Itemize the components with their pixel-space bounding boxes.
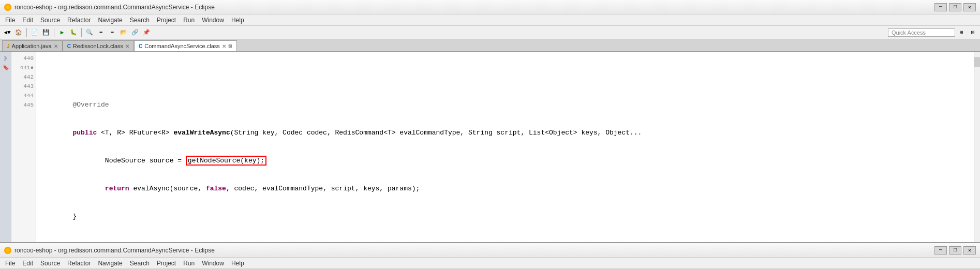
menu-edit-2[interactable]: Edit — [19, 259, 36, 268]
menu-navigate-1[interactable]: Navigate — [95, 16, 125, 25]
toolbar-sep-3 — [81, 28, 82, 37]
ide-container: roncoo-eshop - org.redisson.command.Comm… — [0, 0, 980, 269]
menu-navigate-2[interactable]: Navigate — [95, 259, 125, 268]
toolbar-next-btn[interactable]: ➡ — [107, 27, 117, 38]
sidebar-1: ⟫ 🔖 — [0, 52, 11, 242]
code-line-440 — [40, 72, 970, 82]
linenum-442: 442 — [13, 72, 34, 82]
menu-file-2[interactable]: File — [2, 259, 18, 268]
code-line-441: @Override — [40, 100, 970, 110]
linenum-443: 443 — [13, 82, 34, 91]
menu-project-1[interactable]: Project — [154, 16, 179, 25]
menu-file-1[interactable]: File — [2, 16, 18, 25]
menu-search-2[interactable]: Search — [127, 259, 153, 268]
sidebar-fold-icon-1[interactable]: ⟫ — [1, 54, 10, 63]
tab-close-cmd-1[interactable]: ✕ — [222, 43, 226, 49]
toolbar-layout-btn[interactable]: ⊟ — [968, 27, 978, 38]
restore-button-1[interactable]: □ — [949, 3, 961, 11]
editor-1: ⟫ 🔖 440 441● 442 443 444 445 @Override — [0, 52, 980, 242]
toolbar-sep-1 — [26, 28, 27, 37]
menu-help-2[interactable]: Help — [228, 259, 247, 268]
menu-refactor-1[interactable]: Refactor — [64, 16, 94, 25]
title-bar-1: roncoo-eshop - org.redisson.command.Comm… — [0, 0, 980, 14]
tab-close-app-1[interactable]: ✕ — [54, 43, 58, 49]
vscrollbar-1[interactable] — [974, 52, 980, 242]
code-line-444: return evalAsync(source, false, codec, e… — [40, 184, 970, 193]
minimize-button-1[interactable]: ─ — [934, 3, 947, 11]
code-content-1[interactable]: @Override public <T, R> RFuture<R> evalW… — [36, 52, 974, 242]
menu-project-2[interactable]: Project — [154, 259, 179, 268]
toolbar-search-btn[interactable]: 🔍 — [84, 27, 95, 38]
toolbar-perspective-btn[interactable]: ⊞ — [956, 27, 967, 38]
tab-active-indicator-1: ⊠ — [228, 43, 232, 49]
restore-button-2[interactable]: □ — [949, 246, 961, 255]
sidebar-bookmark-icon-1[interactable]: 🔖 — [1, 63, 10, 72]
scrollbar-thumb-1[interactable] — [974, 57, 980, 67]
class-icon-lock-1: C — [67, 43, 71, 49]
menu-bar-2: File Edit Source Refactor Navigate Searc… — [0, 258, 980, 269]
title-bar-2: roncoo-eshop - org.redisson.command.Comm… — [0, 243, 980, 258]
window-1: roncoo-eshop - org.redisson.command.Comm… — [0, 0, 980, 242]
menu-window-2[interactable]: Window — [199, 259, 227, 268]
toolbar-new-btn[interactable]: 📄 — [29, 27, 40, 38]
toolbar-sep-2 — [54, 28, 54, 37]
code-line-443: NodeSource source = getNodeSource(key); — [40, 156, 970, 166]
linenum-440: 440 — [13, 54, 34, 63]
minimize-button-2[interactable]: ─ — [934, 246, 947, 255]
toolbar-link-btn[interactable]: 🔗 — [130, 27, 140, 38]
window-controls-2: ─ □ ✕ — [934, 246, 976, 255]
java-icon-1: J — [7, 43, 10, 49]
menu-run-1[interactable]: Run — [180, 16, 198, 25]
toolbar-1: ◀▼ 🏠 📄 💾 ▶ 🐛 🔍 ⬅ ➡ 📂 🔗 📌 Quick Access ⊞ … — [0, 26, 980, 39]
close-button-2[interactable]: ✕ — [963, 246, 976, 255]
toolbar-prev-btn[interactable]: ⬅ — [96, 27, 106, 38]
eclipse-icon-2 — [4, 247, 11, 254]
menu-search-1[interactable]: Search — [127, 16, 153, 25]
window-2: roncoo-eshop - org.redisson.command.Comm… — [0, 243, 980, 269]
menu-help-1[interactable]: Help — [228, 16, 247, 25]
window-controls-1: ─ □ ✕ — [934, 3, 976, 11]
menu-source-1[interactable]: Source — [37, 16, 63, 25]
toolbar-save-btn[interactable]: 💾 — [41, 27, 51, 38]
tab-label-app-1: Application.java — [12, 43, 52, 49]
window-title-2: roncoo-eshop - org.redisson.command.Comm… — [14, 247, 215, 254]
toolbar-debug-btn[interactable]: 🐛 — [68, 27, 79, 38]
toolbar-run-btn[interactable]: ▶ — [57, 27, 67, 38]
tab-close-lock-1[interactable]: ✕ — [125, 43, 129, 49]
quick-access-1[interactable]: Quick Access — [888, 28, 955, 37]
toolbar-pin-btn[interactable]: 📌 — [141, 27, 152, 38]
tab-label-cmd-1: CommandAsyncService.class — [144, 43, 220, 49]
code-editor-1[interactable]: 440 441● 442 443 444 445 @Override publi… — [11, 52, 980, 242]
menu-edit-1[interactable]: Edit — [19, 16, 36, 25]
menu-run-2[interactable]: Run — [180, 259, 198, 268]
menu-bar-1: File Edit Source Refactor Navigate Searc… — [0, 14, 980, 26]
tab-command-async-1[interactable]: C CommandAsyncService.class ✕ ⊠ — [134, 40, 237, 51]
tab-application-java-1[interactable]: J Application.java ✕ — [2, 40, 63, 51]
window-title-1: roncoo-eshop - org.redisson.command.Comm… — [14, 4, 215, 11]
code-line-445: } — [40, 212, 970, 221]
tab-redisson-lock-1[interactable]: C RedissonLock.class ✕ — [63, 40, 134, 51]
linenum-445: 445 — [13, 100, 34, 110]
menu-source-2[interactable]: Source — [37, 259, 63, 268]
eclipse-icon-1 — [4, 4, 11, 11]
toolbar-home-btn[interactable]: 🏠 — [13, 27, 24, 38]
code-line-442: public <T, R> RFuture<R> evalWriteAsync(… — [40, 128, 970, 138]
close-button-1[interactable]: ✕ — [963, 3, 976, 11]
tab-label-lock-1: RedissonLock.class — [73, 43, 123, 49]
menu-window-1[interactable]: Window — [199, 16, 227, 25]
class-icon-cmd-1: C — [139, 43, 142, 49]
linenum-441: 441● — [13, 63, 34, 72]
menu-refactor-2[interactable]: Refactor — [64, 259, 94, 268]
tab-bar-1: J Application.java ✕ C RedissonLock.clas… — [0, 39, 980, 52]
toolbar-open-btn[interactable]: 📂 — [118, 27, 129, 38]
toolbar-back-btn[interactable]: ◀▼ — [2, 27, 12, 38]
line-numbers-1: 440 441● 442 443 444 445 — [11, 52, 36, 242]
linenum-444: 444 — [13, 91, 34, 100]
